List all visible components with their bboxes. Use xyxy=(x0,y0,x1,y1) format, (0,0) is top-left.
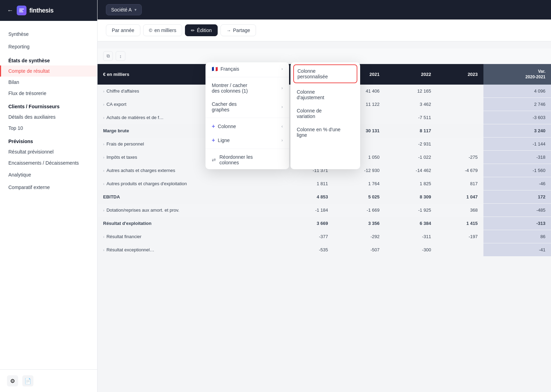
sidebar-item-analytique[interactable]: Analytique xyxy=(0,168,97,181)
sidebar-item-flux[interactable]: Flux de trésorerie xyxy=(0,88,97,99)
currency-icon: © xyxy=(149,28,153,33)
row-label: ›Résultat financier xyxy=(98,230,282,243)
adjustment-column-item[interactable]: Colonne d'ajustement xyxy=(290,85,360,104)
sidebar: ← finthesis Synthèse Reporting États de … xyxy=(0,0,98,392)
edit-icon: ✏ xyxy=(191,28,195,33)
cell: -1 184 xyxy=(282,204,334,217)
sidebar-section-previsions: Prévisions xyxy=(0,134,97,146)
copy-icon[interactable]: ⧉ xyxy=(103,51,113,61)
variation-column-item[interactable]: Colonne de variation xyxy=(290,104,360,123)
logo-text: finthesis xyxy=(29,7,54,14)
col-var: Var.2020-2021 xyxy=(483,64,551,85)
row-label: ›Résultat exceptionnel… xyxy=(98,243,282,257)
expand-icon[interactable]: › xyxy=(103,155,104,159)
sidebar-item-details[interactable]: Détails des auxiliaires xyxy=(0,111,97,123)
chevron-right-icon-2: › xyxy=(281,86,283,91)
cell-var: -41 xyxy=(483,243,551,257)
cell: -197 xyxy=(437,230,483,243)
expand-icon[interactable]: › xyxy=(103,182,104,186)
cell: -7 511 xyxy=(385,111,437,124)
sidebar-item-reporting[interactable]: Reporting xyxy=(0,40,97,53)
expand-icon[interactable]: › xyxy=(103,89,104,93)
hide-graphs-item[interactable]: Cacher des graphes › xyxy=(205,97,289,116)
partage-button[interactable]: → Partage xyxy=(220,24,256,36)
cell: -1 669 xyxy=(334,204,385,217)
sidebar-item-compte[interactable]: Compte de résultat xyxy=(0,65,97,77)
reorder-label: Réordonner les colonnes xyxy=(219,154,253,165)
percent-column-label: Colonne en % d'une ligne xyxy=(297,127,341,138)
chevron-right-icon: › xyxy=(281,66,283,71)
expand-icon[interactable]: › xyxy=(103,208,104,212)
cell: 368 xyxy=(437,204,483,217)
cell-var: -3 603 xyxy=(483,111,551,124)
sidebar-item-encaissements[interactable]: Encaissements / Décaissements xyxy=(0,157,97,168)
expand-icon[interactable]: › xyxy=(103,116,104,120)
cell-var: 86 xyxy=(483,230,551,243)
language-label: Français xyxy=(220,66,239,72)
cell: 8 309 xyxy=(385,190,437,204)
cell xyxy=(437,85,483,98)
table-icons-row: ⧉ ↕ xyxy=(98,48,551,64)
percent-column-item[interactable]: Colonne en % d'une ligne xyxy=(290,123,360,142)
back-button[interactable]: ← xyxy=(7,7,13,14)
partage-label: Partage xyxy=(233,28,250,33)
expand-icon[interactable]: › xyxy=(103,248,104,252)
expand-icon[interactable]: › xyxy=(103,102,104,107)
row-label: EBITDA xyxy=(98,190,282,204)
sidebar-item-bilan[interactable]: Bilan xyxy=(0,77,97,88)
cell xyxy=(437,124,483,138)
show-hide-columns-item[interactable]: Montrer / cacher des colonnes (1) › xyxy=(205,79,289,97)
document-icon[interactable]: 📄 xyxy=(22,375,33,386)
show-hide-label: Montrer / cacher des colonnes (1) xyxy=(212,83,248,94)
reorder-icon: ⇄ xyxy=(212,157,216,163)
add-column-item[interactable]: + Colonne ‹ xyxy=(205,119,289,133)
company-selector[interactable]: Société A ▾ xyxy=(106,4,142,15)
svg-rect-2 xyxy=(19,11,23,12)
cell xyxy=(437,138,483,151)
variation-column-label: Colonne de variation xyxy=(297,108,322,119)
cell-var: -46 xyxy=(483,177,551,190)
cell: -1 925 xyxy=(385,204,437,217)
cell-var: 3 240 xyxy=(483,124,551,138)
chevron-right-icon-5: › xyxy=(281,138,283,143)
en-milliers-button[interactable]: © en milliers xyxy=(143,24,183,36)
sidebar-header: ← finthesis xyxy=(0,0,97,21)
sidebar-item-top10[interactable]: Top 10 xyxy=(0,123,97,134)
cell-var: -313 xyxy=(483,217,551,230)
cell xyxy=(437,98,483,111)
cell-var: 172 xyxy=(483,190,551,204)
language-item[interactable]: 🇫🇷 Français › xyxy=(205,62,289,76)
cell: 3 462 xyxy=(385,98,437,111)
par-annee-button[interactable]: Par année xyxy=(106,24,140,36)
cell: -300 xyxy=(385,243,437,257)
cell-var: -318 xyxy=(483,151,551,164)
cell-var: 2 746 xyxy=(483,98,551,111)
cell-var: -1 560 xyxy=(483,164,551,177)
share-icon: → xyxy=(226,28,231,33)
svg-rect-1 xyxy=(19,10,23,11)
toolbar: Par année © en milliers ✏ Édition → Part… xyxy=(98,19,551,41)
custom-column-item[interactable]: Colonne personnalisée xyxy=(293,64,357,83)
cell: -507 xyxy=(334,243,385,257)
cell-var: -485 xyxy=(483,204,551,217)
edition-button[interactable]: ✏ Édition xyxy=(185,24,218,36)
expand-icon[interactable]: › xyxy=(103,168,104,173)
cell: 5 025 xyxy=(334,190,385,204)
reorder-columns-item[interactable]: ⇄ Réordonner les colonnes xyxy=(205,150,289,169)
edition-label: Édition xyxy=(197,28,212,33)
cell: 6 384 xyxy=(385,217,437,230)
sidebar-item-synthese[interactable]: Synthèse xyxy=(0,28,97,40)
row-label: ›Dotation/reprises aux amort. et prov. xyxy=(98,204,282,217)
sidebar-item-resultat-prev[interactable]: Résultat prévisionnel xyxy=(0,146,97,157)
par-annee-label: Par année xyxy=(112,28,134,33)
expand-icon[interactable]: › xyxy=(103,235,104,239)
table-row-bold: Résultat d'exploitation 3 669 3 356 6 38… xyxy=(98,217,551,230)
add-row-item[interactable]: + Ligne › xyxy=(205,133,289,147)
cell: 12 165 xyxy=(385,85,437,98)
sidebar-item-comparatif[interactable]: Comparatif externe xyxy=(0,181,97,194)
sort-icon[interactable]: ↕ xyxy=(116,51,125,61)
column-submenu: Colonne personnalisée Colonne d'ajusteme… xyxy=(290,62,360,169)
cell: -377 xyxy=(282,230,334,243)
settings-icon[interactable]: ⚙ xyxy=(7,375,18,386)
expand-icon[interactable]: › xyxy=(103,142,104,146)
